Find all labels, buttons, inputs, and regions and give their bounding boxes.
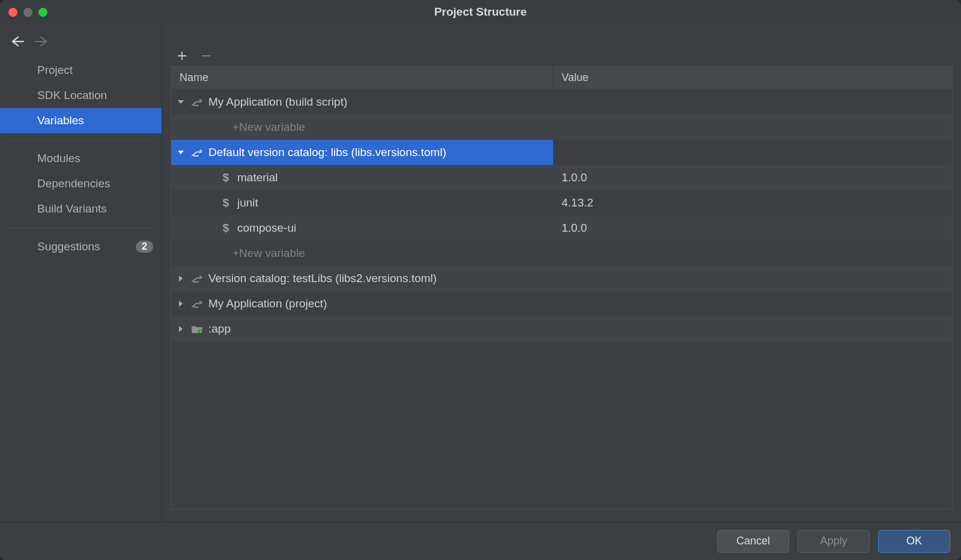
sidebar-item-dependencies[interactable]: Dependencies (0, 171, 162, 196)
dollar-icon: $ (219, 197, 232, 209)
row-value[interactable] (553, 266, 952, 291)
sidebar-item-modules[interactable]: Modules (0, 146, 162, 171)
svg-point-1 (199, 330, 202, 333)
sidebar-item-label: Build Variants (37, 202, 107, 215)
gradle-icon (190, 96, 204, 108)
back-button[interactable] (11, 36, 23, 47)
variables-table: Name Value My Application ( (171, 66, 953, 510)
chevron-right-icon[interactable] (176, 324, 186, 334)
close-window-button[interactable] (8, 8, 17, 17)
chevron-down-icon[interactable] (176, 97, 186, 107)
table-row[interactable]: My Application (project) (171, 291, 952, 316)
sidebar-item-label: Dependencies (37, 177, 110, 190)
sidebar-separator (8, 227, 153, 228)
sidebar-item-sdk-location[interactable]: SDK Location (0, 83, 162, 108)
gradle-icon (190, 298, 204, 310)
new-variable-placeholder: +New variable (232, 121, 305, 134)
sidebar: Project SDK Location Variables Modules D… (0, 24, 162, 522)
module-folder-icon (190, 323, 204, 335)
sidebar-item-label: Suggestions (37, 240, 100, 253)
main-panel: Name Value My Application ( (162, 24, 961, 522)
row-name: :app (208, 322, 231, 336)
row-value[interactable] (553, 316, 952, 342)
row-name: Default version catalog: libs (libs.vers… (208, 146, 446, 159)
row-name: My Application (build script) (208, 95, 347, 109)
sidebar-item-label: Project (37, 64, 73, 77)
row-name: junit (237, 196, 258, 209)
table-row[interactable]: +New variable (171, 115, 952, 140)
table-row[interactable]: My Application (build script) (171, 89, 952, 115)
row-value[interactable] (553, 241, 952, 266)
sidebar-item-label: SDK Location (37, 89, 107, 102)
project-structure-dialog: Project Structure Project SDK Location (0, 0, 961, 560)
suggestions-badge: 2 (136, 241, 153, 253)
row-value[interactable]: 1.0.0 (553, 165, 952, 190)
dollar-icon: $ (219, 172, 232, 184)
table-header: Name Value (171, 67, 952, 89)
table-row[interactable]: Default version catalog: libs (libs.vers… (171, 140, 952, 165)
placeholder-icon (214, 121, 228, 133)
sidebar-separator (8, 139, 153, 140)
gradle-icon (190, 146, 204, 158)
row-value[interactable] (553, 291, 952, 316)
row-name: My Application (project) (208, 297, 327, 310)
row-value[interactable]: 1.0.0 (553, 215, 952, 241)
sidebar-item-suggestions[interactable]: Suggestions 2 (0, 234, 162, 259)
sidebar-item-label: Variables (37, 114, 84, 127)
row-value[interactable] (553, 140, 952, 165)
table-row[interactable]: $ compose-ui 1.0.0 (171, 215, 952, 241)
add-variable-button[interactable] (177, 50, 187, 61)
cancel-button[interactable]: Cancel (717, 530, 789, 553)
sidebar-item-variables[interactable]: Variables (0, 108, 162, 133)
chevron-down-icon[interactable] (176, 148, 186, 157)
table-row[interactable]: $ material 1.0.0 (171, 165, 952, 190)
chevron-right-icon[interactable] (176, 274, 186, 283)
row-name: material (237, 171, 278, 184)
dialog-footer: Cancel Apply OK (0, 522, 961, 560)
zoom-window-button[interactable] (38, 8, 47, 17)
variables-toolbar (171, 47, 953, 66)
sidebar-item-build-variants[interactable]: Build Variants (0, 196, 162, 221)
window-title: Project Structure (0, 5, 961, 19)
table-row[interactable]: :app (171, 316, 952, 342)
row-name: Version catalog: testLibs (libs2.version… (208, 272, 437, 285)
apply-button[interactable]: Apply (798, 530, 870, 553)
remove-variable-button[interactable] (201, 50, 211, 61)
ok-button[interactable]: OK (878, 530, 950, 553)
titlebar: Project Structure (0, 0, 961, 24)
sidebar-item-label: Modules (37, 152, 80, 165)
row-value[interactable]: 4.13.2 (553, 190, 952, 215)
column-header-name[interactable]: Name (171, 67, 553, 89)
table-row[interactable]: Version catalog: testLibs (libs2.version… (171, 266, 952, 291)
new-variable-placeholder: +New variable (232, 247, 305, 260)
window-traffic-lights (8, 8, 47, 17)
table-row[interactable]: +New variable (171, 241, 952, 266)
table-row[interactable]: $ junit 4.13.2 (171, 190, 952, 215)
forward-button[interactable] (34, 36, 46, 47)
row-value[interactable] (553, 115, 952, 140)
placeholder-icon (214, 247, 228, 259)
row-name: compose-ui (237, 221, 296, 235)
row-value[interactable] (553, 89, 952, 115)
table-body: My Application (build script) +New varia… (171, 89, 952, 509)
dollar-icon: $ (219, 222, 232, 234)
chevron-right-icon[interactable] (176, 299, 186, 309)
minimize-window-button[interactable] (23, 8, 32, 17)
column-header-value[interactable]: Value (553, 67, 952, 89)
gradle-icon (190, 272, 204, 285)
sidebar-item-project[interactable]: Project (0, 58, 162, 83)
